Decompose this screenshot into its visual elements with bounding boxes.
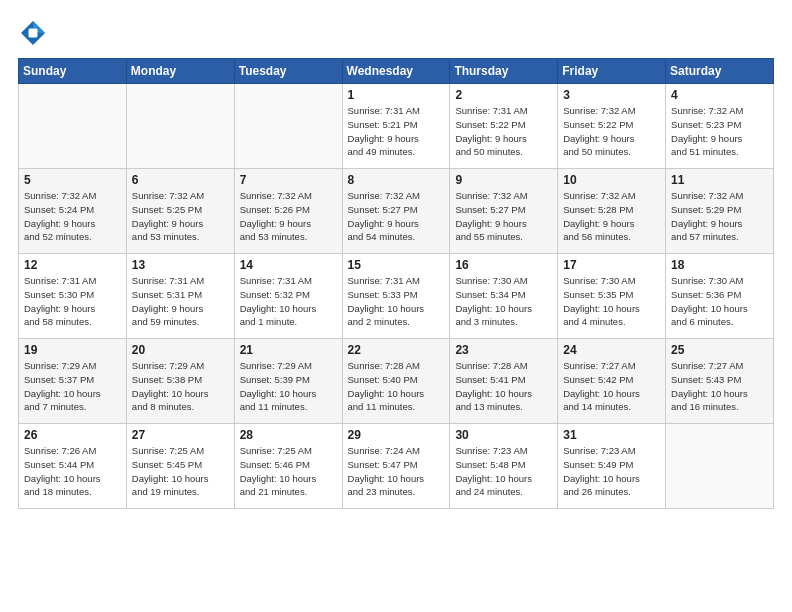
day-number: 22: [348, 343, 445, 357]
calendar-cell: 29Sunrise: 7:24 AM Sunset: 5:47 PM Dayli…: [342, 424, 450, 509]
day-info: Sunrise: 7:23 AM Sunset: 5:49 PM Dayligh…: [563, 444, 660, 499]
calendar-cell: 10Sunrise: 7:32 AM Sunset: 5:28 PM Dayli…: [558, 169, 666, 254]
day-number: 6: [132, 173, 229, 187]
day-number: 18: [671, 258, 768, 272]
day-number: 3: [563, 88, 660, 102]
day-number: 13: [132, 258, 229, 272]
day-info: Sunrise: 7:30 AM Sunset: 5:36 PM Dayligh…: [671, 274, 768, 329]
day-number: 10: [563, 173, 660, 187]
day-info: Sunrise: 7:29 AM Sunset: 5:37 PM Dayligh…: [24, 359, 121, 414]
weekday-header-monday: Monday: [126, 59, 234, 84]
day-info: Sunrise: 7:29 AM Sunset: 5:39 PM Dayligh…: [240, 359, 337, 414]
weekday-header-tuesday: Tuesday: [234, 59, 342, 84]
calendar-cell: 31Sunrise: 7:23 AM Sunset: 5:49 PM Dayli…: [558, 424, 666, 509]
calendar-cell: 27Sunrise: 7:25 AM Sunset: 5:45 PM Dayli…: [126, 424, 234, 509]
week-row-3: 19Sunrise: 7:29 AM Sunset: 5:37 PM Dayli…: [19, 339, 774, 424]
calendar-cell: 22Sunrise: 7:28 AM Sunset: 5:40 PM Dayli…: [342, 339, 450, 424]
day-info: Sunrise: 7:25 AM Sunset: 5:46 PM Dayligh…: [240, 444, 337, 499]
calendar-cell: 11Sunrise: 7:32 AM Sunset: 5:29 PM Dayli…: [666, 169, 774, 254]
week-row-4: 26Sunrise: 7:26 AM Sunset: 5:44 PM Dayli…: [19, 424, 774, 509]
page: SundayMondayTuesdayWednesdayThursdayFrid…: [0, 0, 792, 521]
calendar-cell: 7Sunrise: 7:32 AM Sunset: 5:26 PM Daylig…: [234, 169, 342, 254]
day-info: Sunrise: 7:24 AM Sunset: 5:47 PM Dayligh…: [348, 444, 445, 499]
calendar-cell: 1Sunrise: 7:31 AM Sunset: 5:21 PM Daylig…: [342, 84, 450, 169]
calendar-cell: 6Sunrise: 7:32 AM Sunset: 5:25 PM Daylig…: [126, 169, 234, 254]
day-info: Sunrise: 7:28 AM Sunset: 5:41 PM Dayligh…: [455, 359, 552, 414]
calendar-cell: [19, 84, 127, 169]
day-info: Sunrise: 7:32 AM Sunset: 5:24 PM Dayligh…: [24, 189, 121, 244]
calendar-table: SundayMondayTuesdayWednesdayThursdayFrid…: [18, 58, 774, 509]
day-number: 26: [24, 428, 121, 442]
day-info: Sunrise: 7:31 AM Sunset: 5:22 PM Dayligh…: [455, 104, 552, 159]
day-info: Sunrise: 7:28 AM Sunset: 5:40 PM Dayligh…: [348, 359, 445, 414]
calendar-cell: 25Sunrise: 7:27 AM Sunset: 5:43 PM Dayli…: [666, 339, 774, 424]
day-number: 7: [240, 173, 337, 187]
calendar-cell: 30Sunrise: 7:23 AM Sunset: 5:48 PM Dayli…: [450, 424, 558, 509]
calendar-cell: 12Sunrise: 7:31 AM Sunset: 5:30 PM Dayli…: [19, 254, 127, 339]
week-row-0: 1Sunrise: 7:31 AM Sunset: 5:21 PM Daylig…: [19, 84, 774, 169]
day-number: 16: [455, 258, 552, 272]
calendar-cell: 24Sunrise: 7:27 AM Sunset: 5:42 PM Dayli…: [558, 339, 666, 424]
weekday-header-sunday: Sunday: [19, 59, 127, 84]
day-number: 28: [240, 428, 337, 442]
calendar-cell: 16Sunrise: 7:30 AM Sunset: 5:34 PM Dayli…: [450, 254, 558, 339]
logo-icon: [18, 18, 48, 48]
day-info: Sunrise: 7:31 AM Sunset: 5:33 PM Dayligh…: [348, 274, 445, 329]
day-number: 25: [671, 343, 768, 357]
calendar-cell: 15Sunrise: 7:31 AM Sunset: 5:33 PM Dayli…: [342, 254, 450, 339]
day-number: 15: [348, 258, 445, 272]
day-info: Sunrise: 7:32 AM Sunset: 5:26 PM Dayligh…: [240, 189, 337, 244]
weekday-header-saturday: Saturday: [666, 59, 774, 84]
day-number: 8: [348, 173, 445, 187]
svg-rect-2: [29, 29, 38, 38]
weekday-header-thursday: Thursday: [450, 59, 558, 84]
day-info: Sunrise: 7:32 AM Sunset: 5:23 PM Dayligh…: [671, 104, 768, 159]
day-info: Sunrise: 7:26 AM Sunset: 5:44 PM Dayligh…: [24, 444, 121, 499]
day-info: Sunrise: 7:30 AM Sunset: 5:34 PM Dayligh…: [455, 274, 552, 329]
calendar-cell: [234, 84, 342, 169]
calendar-cell: 5Sunrise: 7:32 AM Sunset: 5:24 PM Daylig…: [19, 169, 127, 254]
calendar-cell: 19Sunrise: 7:29 AM Sunset: 5:37 PM Dayli…: [19, 339, 127, 424]
calendar-cell: 4Sunrise: 7:32 AM Sunset: 5:23 PM Daylig…: [666, 84, 774, 169]
weekday-header-row: SundayMondayTuesdayWednesdayThursdayFrid…: [19, 59, 774, 84]
calendar-cell: 17Sunrise: 7:30 AM Sunset: 5:35 PM Dayli…: [558, 254, 666, 339]
day-info: Sunrise: 7:31 AM Sunset: 5:30 PM Dayligh…: [24, 274, 121, 329]
day-number: 17: [563, 258, 660, 272]
day-number: 2: [455, 88, 552, 102]
header: [18, 18, 774, 48]
weekday-header-wednesday: Wednesday: [342, 59, 450, 84]
weekday-header-friday: Friday: [558, 59, 666, 84]
day-number: 23: [455, 343, 552, 357]
day-number: 24: [563, 343, 660, 357]
day-info: Sunrise: 7:27 AM Sunset: 5:43 PM Dayligh…: [671, 359, 768, 414]
day-number: 9: [455, 173, 552, 187]
day-number: 11: [671, 173, 768, 187]
day-info: Sunrise: 7:30 AM Sunset: 5:35 PM Dayligh…: [563, 274, 660, 329]
calendar-cell: 2Sunrise: 7:31 AM Sunset: 5:22 PM Daylig…: [450, 84, 558, 169]
day-info: Sunrise: 7:32 AM Sunset: 5:29 PM Dayligh…: [671, 189, 768, 244]
calendar-cell: 21Sunrise: 7:29 AM Sunset: 5:39 PM Dayli…: [234, 339, 342, 424]
day-info: Sunrise: 7:32 AM Sunset: 5:22 PM Dayligh…: [563, 104, 660, 159]
day-info: Sunrise: 7:31 AM Sunset: 5:31 PM Dayligh…: [132, 274, 229, 329]
day-info: Sunrise: 7:29 AM Sunset: 5:38 PM Dayligh…: [132, 359, 229, 414]
calendar-cell: [126, 84, 234, 169]
day-info: Sunrise: 7:32 AM Sunset: 5:27 PM Dayligh…: [348, 189, 445, 244]
day-info: Sunrise: 7:31 AM Sunset: 5:21 PM Dayligh…: [348, 104, 445, 159]
day-info: Sunrise: 7:27 AM Sunset: 5:42 PM Dayligh…: [563, 359, 660, 414]
day-number: 31: [563, 428, 660, 442]
calendar-cell: 8Sunrise: 7:32 AM Sunset: 5:27 PM Daylig…: [342, 169, 450, 254]
day-number: 29: [348, 428, 445, 442]
calendar-cell: 13Sunrise: 7:31 AM Sunset: 5:31 PM Dayli…: [126, 254, 234, 339]
week-row-2: 12Sunrise: 7:31 AM Sunset: 5:30 PM Dayli…: [19, 254, 774, 339]
day-number: 21: [240, 343, 337, 357]
week-row-1: 5Sunrise: 7:32 AM Sunset: 5:24 PM Daylig…: [19, 169, 774, 254]
day-number: 1: [348, 88, 445, 102]
calendar-cell: 14Sunrise: 7:31 AM Sunset: 5:32 PM Dayli…: [234, 254, 342, 339]
day-number: 20: [132, 343, 229, 357]
calendar-cell: 28Sunrise: 7:25 AM Sunset: 5:46 PM Dayli…: [234, 424, 342, 509]
day-number: 14: [240, 258, 337, 272]
day-info: Sunrise: 7:23 AM Sunset: 5:48 PM Dayligh…: [455, 444, 552, 499]
day-info: Sunrise: 7:31 AM Sunset: 5:32 PM Dayligh…: [240, 274, 337, 329]
logo: [18, 18, 52, 48]
day-number: 12: [24, 258, 121, 272]
